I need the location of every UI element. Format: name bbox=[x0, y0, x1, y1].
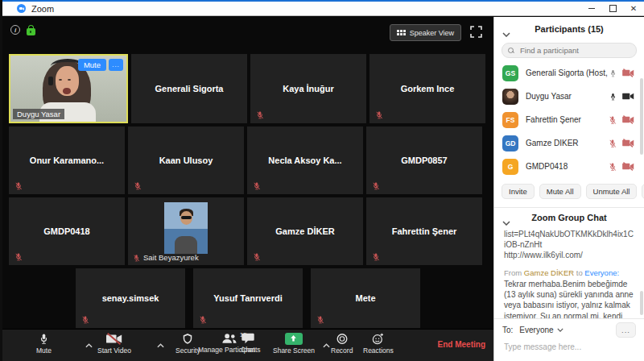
chat-sender[interactable]: Gamze DİKER bbox=[524, 268, 574, 277]
share-options-chevron[interactable] bbox=[323, 337, 330, 351]
title-bar: Zoom ✕ bbox=[2, 0, 644, 16]
participants-title: Participants (15) bbox=[535, 24, 604, 34]
record-icon bbox=[336, 333, 349, 345]
participant-row[interactable]: FS Fahrettin Şener bbox=[494, 108, 644, 131]
avatar: GD bbox=[502, 135, 518, 151]
chat-header: Zoom Group Chat bbox=[494, 208, 644, 227]
participant-name: Necla Aksoy Ka... bbox=[263, 156, 346, 165]
video-tile[interactable]: Fahrettin Şener bbox=[366, 197, 482, 265]
avatar: GS bbox=[502, 65, 518, 81]
mic-icon bbox=[609, 68, 617, 78]
participant-name: Gamze DİKER bbox=[270, 226, 339, 236]
video-stage: i Speaker View bbox=[2, 17, 493, 361]
security-button[interactable]: Security bbox=[175, 333, 200, 355]
video-off-icon bbox=[622, 115, 634, 124]
share-screen-button[interactable]: Share Screen bbox=[273, 333, 315, 355]
participant-name: Kaan Ulusoy bbox=[155, 156, 218, 165]
muted-mic-icon bbox=[199, 315, 207, 324]
speaker-view-button[interactable]: Speaker View bbox=[390, 24, 461, 41]
video-tile[interactable]: Necla Aksoy Ka... bbox=[247, 127, 363, 194]
chat-scrollbar[interactable] bbox=[640, 291, 643, 315]
collapse-chat-chevron[interactable] bbox=[502, 214, 510, 229]
video-tile[interactable]: Generali Sigorta bbox=[131, 54, 247, 123]
chat-messages[interactable]: list=PLt4qNakUbOTKMKkDklh4ix1CiOB-nZnHt … bbox=[494, 227, 644, 318]
mute-all-button[interactable]: Mute All bbox=[539, 184, 581, 199]
chat-message-link[interactable]: http://www.ilk6yil.com/ bbox=[504, 250, 634, 260]
chat-bubble-icon bbox=[242, 333, 254, 344]
video-tile[interactable]: Kaan Ulusoy bbox=[128, 127, 244, 194]
participant-name: GMDP0418 bbox=[39, 226, 94, 236]
invite-button[interactable]: Invite bbox=[502, 184, 535, 199]
window-title: Zoom bbox=[31, 4, 54, 14]
mic-icon bbox=[609, 92, 617, 102]
chat-message-input[interactable] bbox=[502, 342, 636, 352]
participant-name: GMDP0857 bbox=[396, 156, 452, 165]
video-tile[interactable]: Onur Karamano... bbox=[9, 127, 125, 194]
video-tile[interactable]: GMDP0857 bbox=[366, 127, 482, 194]
participant-row[interactable]: G GMDP0418 bbox=[494, 155, 644, 178]
participant-row[interactable]: Duygu Yasar bbox=[494, 85, 644, 108]
search-icon bbox=[508, 48, 514, 54]
participant-row[interactable]: GS Generali Sigorta (Host, me) bbox=[494, 61, 644, 85]
participant-name: Generali Sigorta bbox=[151, 84, 229, 93]
chat-more-button[interactable]: ... bbox=[616, 322, 636, 338]
video-tile[interactable]: Kaya İnuğur bbox=[250, 54, 366, 123]
video-options-chevron[interactable] bbox=[157, 337, 164, 351]
video-tile-duygu-yasar[interactable]: Mute ... Duygu Yasar bbox=[9, 54, 128, 123]
participant-search[interactable] bbox=[502, 43, 637, 58]
chat-recipient[interactable]: Everyone: bbox=[584, 268, 619, 277]
video-tile[interactable]: Mete bbox=[311, 268, 420, 328]
maximize-button[interactable] bbox=[602, 2, 623, 15]
chat-button[interactable]: Chat bbox=[241, 333, 255, 354]
meeting-info-icon[interactable]: i bbox=[10, 25, 20, 35]
avatar bbox=[502, 89, 518, 105]
participant-row[interactable]: GD Gamze DİKER bbox=[494, 131, 644, 155]
video-on-icon bbox=[622, 92, 634, 101]
video-tile[interactable]: Gorkem Ince bbox=[369, 54, 485, 123]
shield-icon bbox=[182, 333, 193, 345]
participant-name: Duygu Yasar bbox=[526, 92, 609, 101]
avatar: G bbox=[502, 159, 518, 175]
participants-scrollbar[interactable] bbox=[640, 78, 643, 155]
start-video-button[interactable]: Start Video bbox=[97, 333, 131, 355]
video-tile-sait-beyazyurek[interactable]: Sait Beyazyurek bbox=[128, 197, 244, 265]
participant-name: Onur Karamano... bbox=[25, 156, 109, 165]
chat-title: Zoom Group Chat bbox=[531, 213, 607, 222]
tile-mute-button[interactable]: Mute bbox=[78, 59, 106, 71]
video-tile[interactable]: Gamze DİKER bbox=[247, 197, 363, 265]
chat-message-meta: From Gamze DİKER to Everyone: bbox=[504, 268, 634, 279]
participant-name: Sait Beyazyurek bbox=[143, 253, 199, 262]
collapse-participants-chevron[interactable] bbox=[502, 26, 510, 40]
video-tile[interactable]: senay.simsek bbox=[76, 268, 185, 328]
minimize-button[interactable] bbox=[581, 2, 602, 15]
close-button[interactable]: ✕ bbox=[623, 2, 644, 15]
fullscreen-icon[interactable] bbox=[470, 26, 482, 38]
record-button[interactable]: Record bbox=[331, 333, 353, 355]
unmute-all-button[interactable]: Unmute All bbox=[586, 184, 638, 199]
mute-options-chevron[interactable] bbox=[85, 337, 93, 351]
meeting-toolbar: Mute Start Video Security bbox=[2, 329, 493, 361]
participants-list: GS Generali Sigorta (Host, me) Duygu Yas… bbox=[494, 61, 644, 178]
muted-mic-icon bbox=[253, 181, 261, 190]
mute-button[interactable]: Mute bbox=[36, 333, 52, 355]
participant-name: Gamze DİKER bbox=[526, 139, 609, 147]
muted-mic-icon bbox=[14, 181, 23, 190]
chevron-down-icon bbox=[557, 328, 564, 332]
muted-mic-icon bbox=[81, 315, 89, 324]
muted-mic-icon bbox=[372, 252, 380, 261]
recipient-select[interactable]: Everyone bbox=[519, 326, 563, 334]
participant-name: Kaya İnuğur bbox=[278, 84, 339, 93]
video-off-icon bbox=[622, 68, 634, 77]
video-tile[interactable]: GMDP0418 bbox=[9, 197, 125, 265]
tile-more-button[interactable]: ... bbox=[109, 59, 123, 71]
search-input[interactable] bbox=[518, 45, 630, 56]
video-off-icon bbox=[106, 333, 122, 345]
end-meeting-button[interactable]: End Meeting bbox=[438, 340, 485, 349]
reactions-button[interactable]: Reactions bbox=[363, 333, 394, 355]
participant-name: Duygu Yasar bbox=[13, 109, 64, 119]
muted-mic-icon bbox=[134, 181, 142, 190]
chat-to-row: To: Everyone ... bbox=[494, 318, 644, 340]
muted-mic-icon bbox=[256, 110, 264, 119]
muted-mic-icon bbox=[253, 252, 261, 261]
video-tile[interactable]: Yusuf Tanrıverdi bbox=[193, 268, 303, 328]
